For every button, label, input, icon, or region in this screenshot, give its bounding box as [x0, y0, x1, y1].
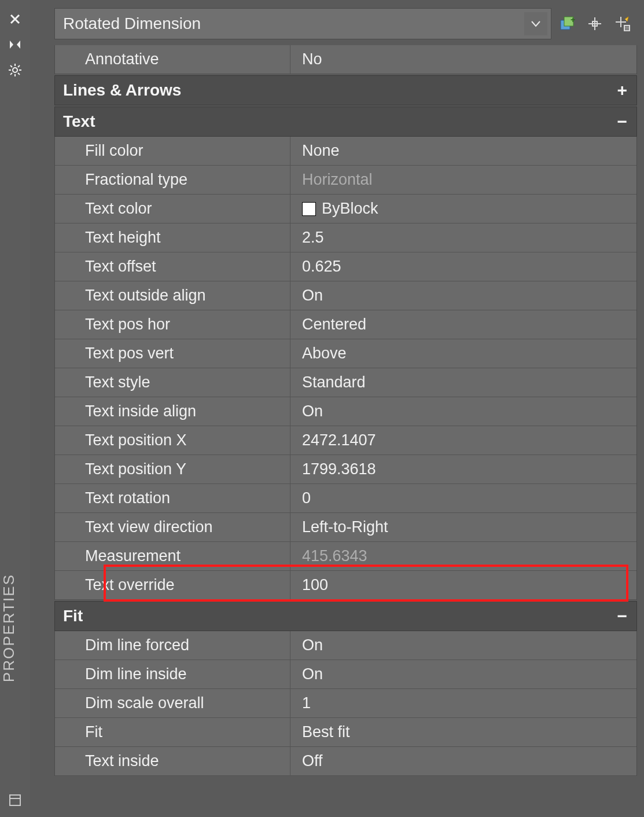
prop-row[interactable]: Text pos vert Above [55, 339, 636, 368]
prop-row[interactable]: Dim line inside On [55, 660, 636, 689]
object-type-select[interactable]: Rotated Dimension [54, 8, 551, 39]
prop-row-text-override[interactable]: Text override 100 [55, 571, 636, 600]
section-title: Fit [63, 607, 83, 625]
color-swatch-icon [302, 202, 316, 216]
prop-value[interactable]: None [290, 137, 636, 165]
prop-row[interactable]: Text view direction Left-to-Right [55, 513, 636, 542]
prop-label: Text color [55, 195, 290, 223]
prop-label: Text inside [55, 747, 290, 775]
prop-label: Text override [55, 571, 290, 599]
expand-icon: + [617, 80, 627, 100]
prop-row[interactable]: Fit Best fit [55, 718, 636, 747]
prop-label: Measurement [55, 542, 290, 570]
svg-line-5 [10, 65, 12, 67]
section-title: Lines & Arrows [63, 81, 181, 100]
prop-label: Text position Y [55, 455, 290, 483]
prop-row[interactable]: Dim line forced On [55, 631, 636, 660]
prop-value[interactable]: Centered [290, 310, 636, 339]
svg-line-7 [18, 65, 20, 67]
prop-label: Fractional type [55, 166, 290, 194]
prop-value[interactable]: 0.625 [290, 252, 636, 281]
prop-label: Annotative [55, 45, 290, 74]
svg-rect-10 [10, 795, 20, 798]
palette-sidebar: PROPERTIES [0, 0, 30, 817]
prop-value: Horizontal [290, 166, 636, 194]
object-type-label: Rotated Dimension [63, 14, 201, 33]
prop-row[interactable]: Dim scale overall 1 [55, 689, 636, 718]
prop-value[interactable]: Off [290, 747, 636, 775]
prop-row[interactable]: Fill color None [55, 137, 636, 166]
select-objects-icon[interactable] [585, 14, 605, 34]
prop-value[interactable]: Standard [290, 368, 636, 397]
prop-value[interactable]: Left-to-Right [290, 513, 636, 541]
prop-label: Text outside align [55, 281, 290, 310]
prop-label: Text position X [55, 426, 290, 455]
prop-label: Text rotation [55, 484, 290, 512]
prop-value[interactable]: On [290, 631, 636, 660]
prop-row-annotative[interactable]: Annotative No [55, 45, 636, 74]
prop-label: Dim line inside [55, 660, 290, 688]
prop-row[interactable]: Text inside Off [55, 747, 636, 776]
prop-value: 415.6343 [290, 542, 636, 570]
prop-label: Fit [55, 718, 290, 746]
prop-label: Text pos vert [55, 339, 290, 368]
prop-row[interactable]: Text height 2.5 [55, 224, 636, 252]
prop-row[interactable]: Text inside align On [55, 397, 636, 426]
properties-panel: Rotated Dimension + [30, 0, 644, 817]
prop-row[interactable]: Text outside align On [55, 281, 636, 310]
section-title: Text [63, 112, 95, 131]
prop-value[interactable]: 1799.3618 [290, 455, 636, 483]
prop-label: Text height [55, 224, 290, 252]
prop-row[interactable]: Text position X 2472.1407 [55, 426, 636, 455]
prop-value[interactable]: On [290, 397, 636, 426]
prop-value[interactable]: 100 [290, 571, 636, 599]
prop-row[interactable]: Text color ByBlock [55, 195, 636, 224]
prop-value[interactable]: 0 [290, 484, 636, 512]
prop-row: Measurement 415.6343 [55, 542, 636, 571]
prop-row[interactable]: Text position Y 1799.3618 [55, 455, 636, 484]
prop-row[interactable]: Text rotation 0 [55, 484, 636, 513]
prop-value[interactable]: No [290, 45, 636, 74]
prop-label: Fill color [55, 137, 290, 165]
prop-label: Text offset [55, 252, 290, 281]
section-text[interactable]: Text − [54, 107, 637, 137]
prop-label: Dim line forced [55, 631, 290, 660]
prop-label: Text pos hor [55, 310, 290, 339]
prop-row[interactable]: Text style Standard [55, 368, 636, 397]
chevron-down-icon [524, 12, 547, 35]
close-icon[interactable] [6, 10, 24, 28]
svg-rect-19 [624, 25, 630, 31]
collapse-icon: − [617, 112, 627, 131]
section-fit[interactable]: Fit − [54, 601, 637, 631]
svg-rect-9 [10, 795, 20, 805]
prop-value[interactable]: Above [290, 339, 636, 368]
prop-value[interactable]: 1 [290, 689, 636, 717]
svg-text:+: + [571, 16, 575, 24]
toggle-pickadd-icon[interactable]: + [557, 14, 577, 34]
prop-label: Text inside align [55, 397, 290, 426]
dock-toggle-icon[interactable] [6, 36, 24, 53]
prop-value[interactable]: On [290, 281, 636, 310]
collapse-icon: − [617, 606, 627, 626]
prop-row[interactable]: Text pos hor Centered [55, 310, 636, 339]
prop-row[interactable]: Fractional type Horizontal [55, 166, 636, 195]
prop-row[interactable]: Text offset 0.625 [55, 252, 636, 281]
panel-title: PROPERTIES [0, 574, 30, 682]
prop-value[interactable]: Best fit [290, 718, 636, 746]
settings-gear-icon[interactable] [6, 61, 24, 79]
prop-value[interactable]: On [290, 660, 636, 688]
svg-line-6 [18, 73, 20, 75]
prop-value[interactable]: 2472.1407 [290, 426, 636, 455]
svg-line-8 [10, 73, 12, 75]
quick-select-icon[interactable] [613, 14, 632, 34]
prop-label: Dim scale overall [55, 689, 290, 717]
prop-label: Text view direction [55, 513, 290, 541]
prop-value[interactable]: ByBlock [290, 195, 636, 223]
svg-point-0 [13, 68, 17, 72]
prop-label: Text style [55, 368, 290, 397]
panel-options-icon[interactable] [9, 794, 21, 807]
prop-value[interactable]: 2.5 [290, 224, 636, 252]
section-lines-arrows[interactable]: Lines & Arrows + [54, 75, 637, 105]
